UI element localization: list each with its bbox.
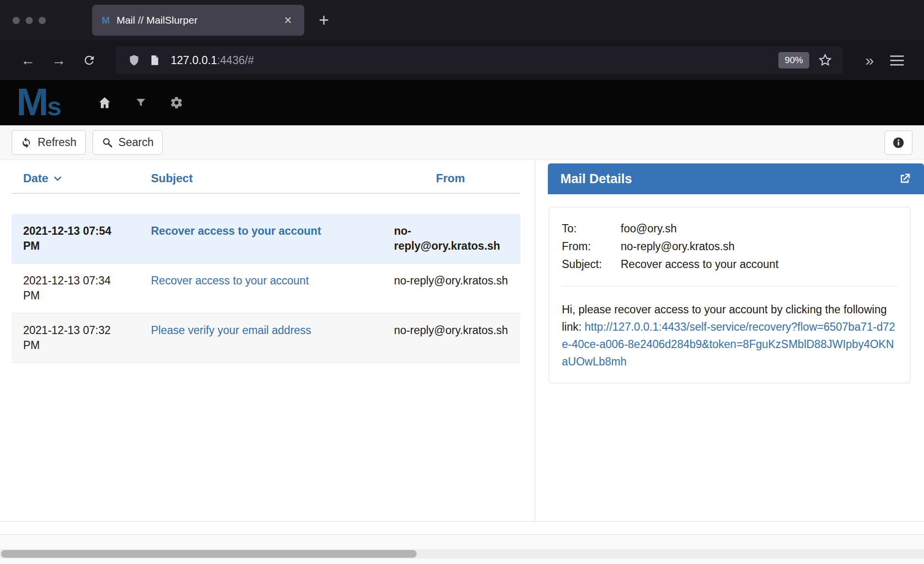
horizontal-scrollbar-thumb[interactable] xyxy=(1,550,417,558)
from-label: From: xyxy=(562,238,621,255)
mail-table: Date Subject From 2021-12-13 07:54 PM Re… xyxy=(12,160,520,363)
logo-letter-s: s xyxy=(47,91,62,121)
logo-letter-m: M xyxy=(16,85,46,120)
url-host: 127.0.0.1 xyxy=(171,54,217,67)
mail-subject-link[interactable]: Please verify your email address xyxy=(151,324,311,336)
mail-subject-link[interactable]: Recover access to your account xyxy=(151,274,309,287)
mail-row-from: no-reply@ory.kratos.sh xyxy=(380,323,520,353)
main-content: Date Subject From 2021-12-13 07:54 PM Re… xyxy=(0,160,924,522)
bottom-strip xyxy=(0,522,924,535)
field-to: To: foo@ory.sh xyxy=(562,220,897,238)
mail-table-header: Date Subject From xyxy=(12,160,520,194)
app-toolbar: Refresh Search xyxy=(0,125,924,160)
mail-row[interactable]: 2021-12-13 07:34 PM Recover access to yo… xyxy=(12,263,520,313)
bookmark-star-icon[interactable] xyxy=(818,53,832,67)
app-nav-icons xyxy=(97,95,183,110)
reload-icon[interactable] xyxy=(82,54,96,67)
column-header-date-label: Date xyxy=(23,172,48,185)
url-bar[interactable]: 127.0.0.1:4436/# 90% xyxy=(116,46,843,74)
search-button-label: Search xyxy=(119,136,154,149)
column-header-subject[interactable]: Subject xyxy=(139,172,380,185)
mail-details-title: Mail Details xyxy=(560,172,898,187)
table-spacer xyxy=(12,194,520,214)
window-close-button[interactable] xyxy=(13,17,20,24)
details-divider xyxy=(562,286,897,286)
horizontal-scrollbar-track[interactable] xyxy=(0,549,924,559)
mail-row-date: 2021-12-13 07:34 PM xyxy=(12,273,139,303)
mail-row-from: no-reply@ory.kratos.sh xyxy=(380,224,520,254)
mail-row-date: 2021-12-13 07:32 PM xyxy=(12,323,139,353)
window-controls xyxy=(13,17,46,24)
mail-details-card: To: foo@ory.sh From: no-reply@ory.kratos… xyxy=(549,207,910,383)
home-icon[interactable] xyxy=(97,95,112,110)
open-external-icon[interactable] xyxy=(898,172,911,186)
new-tab-button[interactable]: + xyxy=(319,10,329,30)
column-header-date[interactable]: Date xyxy=(12,172,139,185)
refresh-button[interactable]: Refresh xyxy=(12,130,86,155)
shield-icon[interactable] xyxy=(128,54,140,67)
search-icon xyxy=(102,137,113,148)
to-label: To: xyxy=(562,220,621,238)
mail-row-selected[interactable]: 2021-12-13 07:54 PM Recover access to yo… xyxy=(12,214,520,263)
gear-icon[interactable] xyxy=(170,96,183,109)
refresh-icon xyxy=(21,137,32,148)
subject-value: Recover access to your account xyxy=(621,255,778,273)
mailslurper-app-bar: M s xyxy=(0,80,924,125)
filter-icon[interactable] xyxy=(135,97,147,108)
zoom-level-badge[interactable]: 90% xyxy=(778,52,809,68)
info-button[interactable] xyxy=(884,131,912,155)
field-from: From: no-reply@ory.kratos.sh xyxy=(562,238,897,255)
back-icon[interactable]: ← xyxy=(21,53,35,67)
browser-tab[interactable]: M Mail // MailSlurper × xyxy=(92,5,304,36)
browser-tab-strip: M Mail // MailSlurper × + xyxy=(0,0,924,40)
recovery-link[interactable]: http://127.0.0.1:4433/self-service/recov… xyxy=(562,321,895,368)
url-port-path: :4436/# xyxy=(217,54,254,67)
info-icon xyxy=(892,136,905,149)
mail-details-header: Mail Details xyxy=(548,163,924,194)
browser-nav-bar: ← → 127.0.0.1:4436/# 90% » xyxy=(0,40,924,80)
tab-title: Mail // MailSlurper xyxy=(117,14,282,26)
page-info-icon[interactable] xyxy=(149,54,161,67)
tab-favicon-mailslurper-icon: M xyxy=(102,15,110,26)
mailslurper-logo: M s xyxy=(16,85,62,121)
mail-body: Hi, please recover access to your accoun… xyxy=(562,301,897,370)
mail-row-date: 2021-12-13 07:54 PM xyxy=(12,224,139,254)
tab-close-icon[interactable]: × xyxy=(281,13,295,28)
column-header-from[interactable]: From xyxy=(380,172,520,185)
search-button[interactable]: Search xyxy=(93,130,163,155)
overflow-chevron-icon[interactable]: » xyxy=(865,52,874,69)
to-value: foo@ory.sh xyxy=(621,220,677,238)
field-subject: Subject: Recover access to your account xyxy=(562,255,897,273)
subject-label: Subject: xyxy=(562,255,621,273)
mail-row[interactable]: 2021-12-13 07:32 PM Please verify your e… xyxy=(12,313,520,363)
mail-details-pane: Mail Details To: foo@ory.sh From: no-rep… xyxy=(535,160,924,521)
window-maximize-button[interactable] xyxy=(39,17,46,24)
mail-list-pane: Date Subject From 2021-12-13 07:54 PM Re… xyxy=(0,160,535,521)
refresh-button-label: Refresh xyxy=(38,136,77,149)
mail-row-from: no-reply@ory.kratos.sh xyxy=(380,273,520,303)
from-value: no-reply@ory.kratos.sh xyxy=(621,238,734,255)
url-text[interactable]: 127.0.0.1:4436/# xyxy=(171,54,778,67)
footer-bar xyxy=(0,535,924,564)
sort-chevron-down-icon xyxy=(53,174,62,183)
menu-hamburger-icon[interactable] xyxy=(890,60,904,61)
forward-icon[interactable]: → xyxy=(52,53,66,67)
mail-subject-link[interactable]: Recover access to your account xyxy=(151,225,321,237)
window-minimize-button[interactable] xyxy=(26,17,33,24)
